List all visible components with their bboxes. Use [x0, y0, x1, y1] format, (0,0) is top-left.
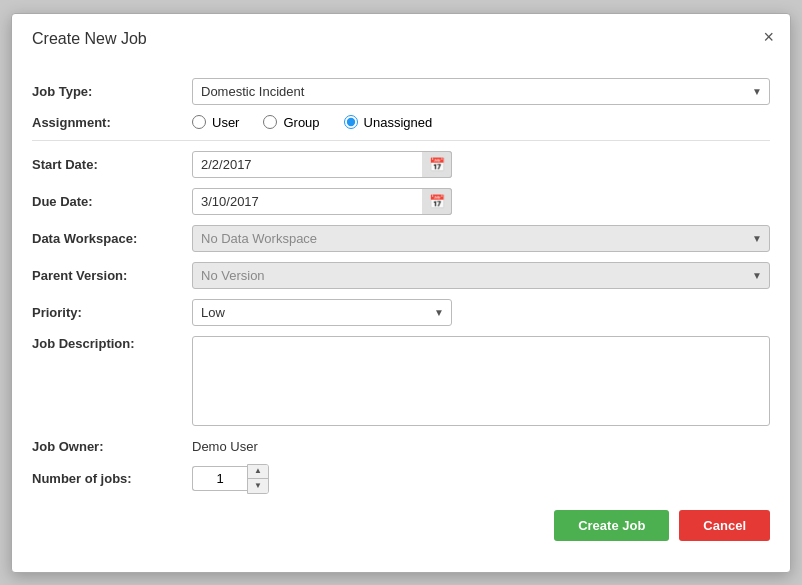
- assignment-unassigned-radio[interactable]: [344, 115, 358, 129]
- job-type-row: Job Type: Domestic Incident Other: [32, 78, 770, 105]
- assignment-group-option[interactable]: Group: [263, 115, 319, 130]
- job-type-select[interactable]: Domestic Incident Other: [192, 78, 770, 105]
- start-date-row: Start Date: 📅: [32, 151, 770, 178]
- data-workspace-select[interactable]: No Data Workspace: [192, 225, 770, 252]
- num-jobs-spinner: ▲ ▼: [192, 464, 770, 494]
- num-jobs-control: ▲ ▼: [192, 464, 770, 494]
- start-date-input[interactable]: [192, 151, 452, 178]
- start-date-wrap: 📅: [192, 151, 452, 178]
- assignment-group-label: Group: [283, 115, 319, 130]
- job-owner-value: Demo User: [192, 439, 258, 454]
- parent-version-select-wrapper: No Version: [192, 262, 770, 289]
- assignment-user-radio[interactable]: [192, 115, 206, 129]
- num-jobs-row: Number of jobs: ▲ ▼: [32, 464, 770, 494]
- assignment-unassigned-option[interactable]: Unassigned: [344, 115, 433, 130]
- assignment-user-label: User: [212, 115, 239, 130]
- parent-version-row: Parent Version: No Version: [32, 262, 770, 289]
- job-description-control: [192, 336, 770, 429]
- due-date-control: 📅: [192, 188, 770, 215]
- num-jobs-input[interactable]: [192, 466, 247, 491]
- create-job-button[interactable]: Create Job: [554, 510, 669, 541]
- due-date-wrap: 📅: [192, 188, 452, 215]
- due-date-input[interactable]: [192, 188, 452, 215]
- job-description-row: Job Description:: [32, 336, 770, 429]
- assignment-row: Assignment: User Group Unassigned: [32, 115, 770, 130]
- priority-select-wrapper: Low Medium High: [192, 299, 452, 326]
- due-date-row: Due Date: 📅: [32, 188, 770, 215]
- data-workspace-control: No Data Workspace: [192, 225, 770, 252]
- priority-control: Low Medium High: [192, 299, 770, 326]
- job-owner-label: Job Owner:: [32, 439, 192, 454]
- spinner-buttons: ▲ ▼: [247, 464, 269, 494]
- spinner-up-button[interactable]: ▲: [248, 465, 268, 479]
- assignment-label: Assignment:: [32, 115, 192, 130]
- job-type-select-wrapper: Domestic Incident Other: [192, 78, 770, 105]
- cancel-button[interactable]: Cancel: [679, 510, 770, 541]
- parent-version-select[interactable]: No Version: [192, 262, 770, 289]
- job-owner-control: Demo User: [192, 439, 770, 454]
- assignment-radio-group: User Group Unassigned: [192, 115, 770, 130]
- job-owner-row: Job Owner: Demo User: [32, 439, 770, 454]
- create-job-dialog: Create New Job × Job Type: Domestic Inci…: [11, 13, 791, 573]
- num-jobs-label: Number of jobs:: [32, 471, 192, 486]
- priority-row: Priority: Low Medium High: [32, 299, 770, 326]
- start-date-control: 📅: [192, 151, 770, 178]
- priority-select[interactable]: Low Medium High: [192, 299, 452, 326]
- dialog-title: Create New Job: [32, 30, 147, 48]
- spinner-down-button[interactable]: ▼: [248, 479, 268, 493]
- start-date-calendar-icon[interactable]: 📅: [422, 151, 452, 178]
- data-workspace-label: Data Workspace:: [32, 231, 192, 246]
- assignment-group-radio[interactable]: [263, 115, 277, 129]
- assignment-unassigned-label: Unassigned: [364, 115, 433, 130]
- due-date-label: Due Date:: [32, 194, 192, 209]
- parent-version-control: No Version: [192, 262, 770, 289]
- data-workspace-select-wrapper: No Data Workspace: [192, 225, 770, 252]
- dialog-footer: Create Job Cancel: [32, 510, 770, 541]
- priority-label: Priority:: [32, 305, 192, 320]
- parent-version-label: Parent Version:: [32, 268, 192, 283]
- start-date-label: Start Date:: [32, 157, 192, 172]
- due-date-calendar-icon[interactable]: 📅: [422, 188, 452, 215]
- job-type-label: Job Type:: [32, 84, 192, 99]
- assignment-user-option[interactable]: User: [192, 115, 239, 130]
- close-button[interactable]: ×: [763, 28, 774, 46]
- job-description-textarea[interactable]: [192, 336, 770, 426]
- data-workspace-row: Data Workspace: No Data Workspace: [32, 225, 770, 252]
- assignment-control: User Group Unassigned: [192, 115, 770, 130]
- job-type-control: Domestic Incident Other: [192, 78, 770, 105]
- job-description-label: Job Description:: [32, 336, 192, 351]
